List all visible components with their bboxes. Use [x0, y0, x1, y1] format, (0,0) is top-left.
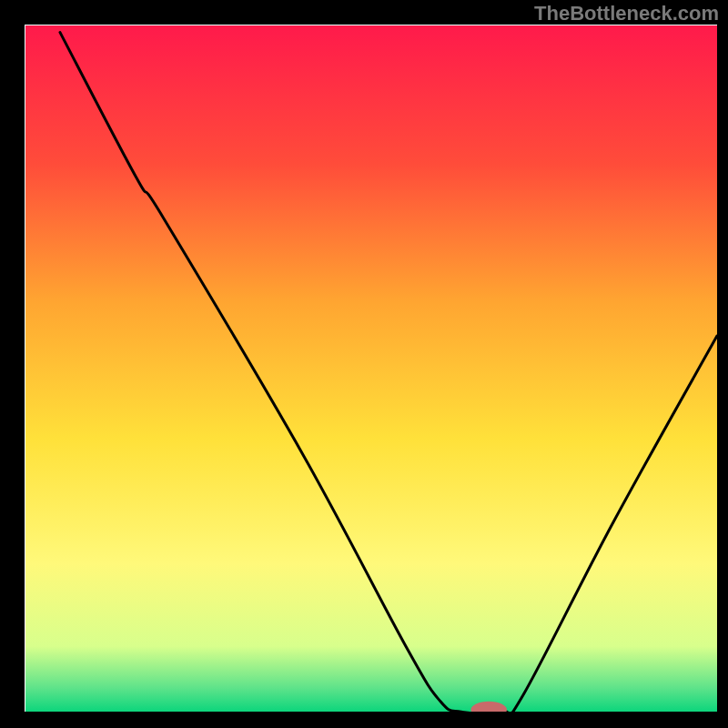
chart-frame — [0, 712, 728, 728]
bottleneck-chart — [0, 0, 728, 728]
chart-container: TheBottleneck.com — [0, 0, 728, 728]
chart-frame — [717, 0, 728, 728]
watermark-text: TheBottleneck.com — [534, 2, 719, 25]
gradient-background — [25, 25, 717, 715]
chart-frame — [0, 0, 25, 728]
